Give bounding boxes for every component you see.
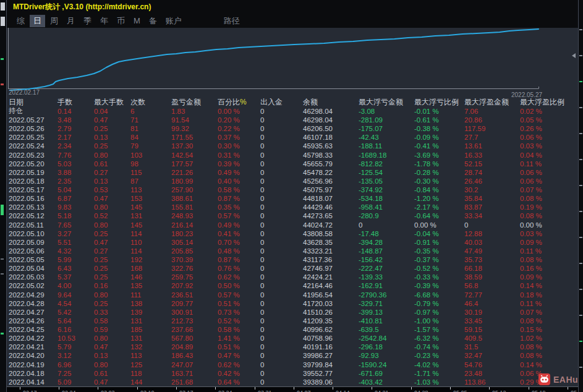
table-row[interactable]: 2022.05.182.350.1387180.990.40 %045256.9…: [7, 177, 578, 185]
table-row[interactable]: 2022.04.284.540.25138209.770.51 %041720.…: [7, 299, 578, 308]
cell-balance: 41720.03: [303, 300, 359, 307]
table-row[interactable]: 2022.05.205.030.6198177.570.39 %045655.7…: [7, 160, 578, 168]
cell-max-float-loss: -2790.36: [359, 291, 414, 299]
table-row[interactable]: 2022.04.203.120.13113186.430.47 %039986.…: [7, 351, 578, 360]
menu-item-daily[interactable]: 日: [30, 15, 45, 27]
table-row[interactable]: 2022.05.166.870.47153388.610.87 %044818.…: [7, 194, 578, 203]
cell-max-float-loss-pct: -0.91 %: [414, 239, 464, 246]
table-row[interactable]: 2022.04.275.420.33139300.910.73 %041510.…: [7, 308, 578, 317]
equity-chart[interactable]: 2022.02.17 2022.05.27: [7, 28, 578, 98]
cell-pnl: 209.77: [171, 300, 218, 307]
cell-max-float-profit-pct: 0.09 %: [520, 239, 578, 246]
cell-max-lots: 0.25: [94, 273, 130, 281]
cell-lots: 2.79: [57, 125, 94, 132]
cell-max-lots: 0.80: [94, 221, 130, 229]
cell-date: 2022.05.02: [9, 282, 57, 289]
table-row[interactable]: 2022.05.095.510.47110305.140.70 %043628.…: [7, 238, 578, 247]
table-row[interactable]: 2022.05.117.650.80145216.140.49 %044024.…: [7, 221, 578, 229]
table-row[interactable]: 2022.05.252.170.1384171.550.37 %046107.1…: [7, 133, 578, 142]
menu-item-currency[interactable]: 币: [113, 15, 129, 27]
table-row[interactable]: 2022.05.242.340.2579137.300.30 %045935.6…: [7, 142, 578, 150]
cell-max-float-loss: -281.09: [359, 116, 414, 124]
cell-max-float-profit: 7.06: [464, 108, 520, 115]
menu-item-summary[interactable]: 综: [13, 15, 28, 27]
table-row[interactable]: 2022.05.175.040.53113257.900.58 %045075.…: [7, 185, 578, 194]
cell-max-lots: 0.27: [94, 169, 130, 176]
cell-count: 144: [130, 378, 171, 386]
menu-item-path[interactable]: 路径: [220, 15, 244, 27]
table-row[interactable]: 2022.04.265.640.58131212.730.52 %041209.…: [7, 317, 578, 325]
cell-max-float-loss: -17.48: [359, 230, 414, 237]
table-row[interactable]: 2022.04.2210.530.80131567.801.41 %040758…: [7, 334, 578, 343]
cell-lots: 6.16: [57, 326, 94, 333]
cell-max-float-profit: 27.7: [464, 134, 520, 141]
cell-max-float-loss-pct: -2.17 %: [414, 203, 464, 211]
cell-date: 2022.05.13: [9, 203, 57, 211]
cell-percent: 0.22 %: [218, 125, 260, 132]
cell-max-float-loss: -296.18: [359, 343, 414, 351]
table-row[interactable]: 2022.04.299.640.80111236.510.57 %041956.…: [7, 291, 578, 299]
cell-date: 2022.05.18: [9, 177, 57, 185]
cell-date: 2022.04.25: [9, 326, 57, 333]
table-row[interactable]: 2022.04.256.160.59185237.660.58 %040996.…: [7, 325, 578, 334]
cell-max-lots: 0.80: [94, 203, 130, 211]
table-row[interactable]: 2022.05.193.880.27115221.260.49 %045478.…: [7, 168, 578, 177]
cell-max-float-profit-pct: 0.07 %: [520, 309, 578, 316]
cell-count: 145: [130, 203, 171, 211]
table-row[interactable]: 2022.04.187.250.61118163.710.42 %039552.…: [7, 369, 578, 378]
menu-item-yearly[interactable]: 年: [96, 15, 112, 27]
cell-max-float-loss-pct: -1.71 %: [414, 370, 464, 377]
menu-item-backup[interactable]: 备: [145, 15, 161, 27]
cell-balance: 46206.50: [303, 125, 359, 132]
cell-count: 6: [130, 108, 171, 115]
cell-deposit-withdraw: 0: [260, 177, 303, 185]
cell-max-lots: 0.53: [94, 186, 130, 194]
table-row[interactable]: 2022.05.273.480.477191.540.20 %046298.04…: [7, 116, 578, 124]
table-row[interactable]: 2022.05.024.000.16135207.920.50 %042164.…: [7, 281, 578, 290]
cell-pnl: 186.43: [171, 352, 218, 359]
table-row[interactable]: 2022.05.262.790.258199.320.22 %046206.50…: [7, 124, 578, 133]
cell-max-float-profit: 40.03: [464, 239, 520, 246]
cell-lots: 4.32: [57, 247, 94, 255]
cell-balance: 42746.97: [303, 265, 359, 272]
table-row[interactable]: 2022.05.035.370.25146259.750.62 %042424.…: [7, 273, 578, 281]
cell-max-float-profit-pct: 0.08 %: [520, 195, 578, 202]
cell-percent: 0.37 %: [218, 134, 260, 141]
right-strip-tick: [579, 81, 582, 82]
cell-max-lots: 0.80: [94, 291, 130, 299]
table-row[interactable]: 2022.04.145.090.47144251.680.64 %039389.…: [7, 378, 578, 386]
cell-max-float-loss-pct: -0.97 %: [414, 309, 464, 316]
cell-max-lots: 0.13: [94, 134, 130, 141]
cell-date: 2022.05.26: [9, 125, 57, 132]
cell-max-float-loss: -329.71: [359, 300, 414, 307]
menu-item-m[interactable]: M: [130, 15, 144, 26]
table-row[interactable]: 2022.05.064.320.27114205.850.48 %043323.…: [7, 247, 578, 255]
table-row[interactable]: 2022.04.215.790.47132204.890.51 %040191.…: [7, 343, 578, 351]
table-row[interactable]: 2022.05.046.430.25168322.760.76 %042746.…: [7, 264, 578, 273]
menu-item-monthly[interactable]: 月: [63, 15, 79, 27]
cell-percent: 0.00 %: [218, 108, 260, 115]
menu-item-account[interactable]: 账户: [162, 15, 185, 27]
cell-max-lots: 0.13: [94, 352, 130, 359]
table-row[interactable]: 持仓0.140.0461.830.00 %046298.04-3.08-0.01…: [7, 106, 578, 116]
menu-item-quarterly[interactable]: 季: [80, 15, 95, 27]
cell-percent: 0.58 %: [218, 186, 260, 194]
cell-percent: 0.20 %: [218, 116, 260, 124]
cell-max-float-profit-pct: 0.05 %: [520, 116, 578, 124]
table-row[interactable]: 2022.05.237.760.80103142.540.31 %045798.…: [7, 151, 578, 160]
table-row[interactable]: 2022.05.125.180.52131248.930.57 %044273.…: [7, 211, 578, 220]
menu-item-weekly[interactable]: 周: [46, 15, 62, 27]
cell-balance: 42424.21: [303, 273, 359, 281]
table-row[interactable]: 2022.05.103.270.25114180.230.41 %043808.…: [7, 229, 578, 238]
cell-percent: 0.50 %: [218, 282, 260, 289]
table-row[interactable]: 2022.05.055.990.25192370.390.87 %043117.…: [7, 255, 578, 264]
cell-count: 131: [130, 334, 171, 342]
cell-max-lots: 0.47: [94, 343, 130, 351]
cell-max-float-profit-pct: 0.08 %: [520, 212, 578, 219]
table-row[interactable]: 2022.04.196.960.80125247.070.62 %039799.…: [7, 360, 578, 369]
cell-date: 2022.04.29: [9, 291, 57, 299]
cell-lots: 4.54: [57, 300, 94, 307]
cell-max-float-loss-pct: -0.84 %: [414, 186, 464, 194]
table-row[interactable]: 2022.05.139.830.80145155.810.35 %044429.…: [7, 203, 578, 211]
cell-max-float-profit: 117.59: [464, 125, 520, 132]
